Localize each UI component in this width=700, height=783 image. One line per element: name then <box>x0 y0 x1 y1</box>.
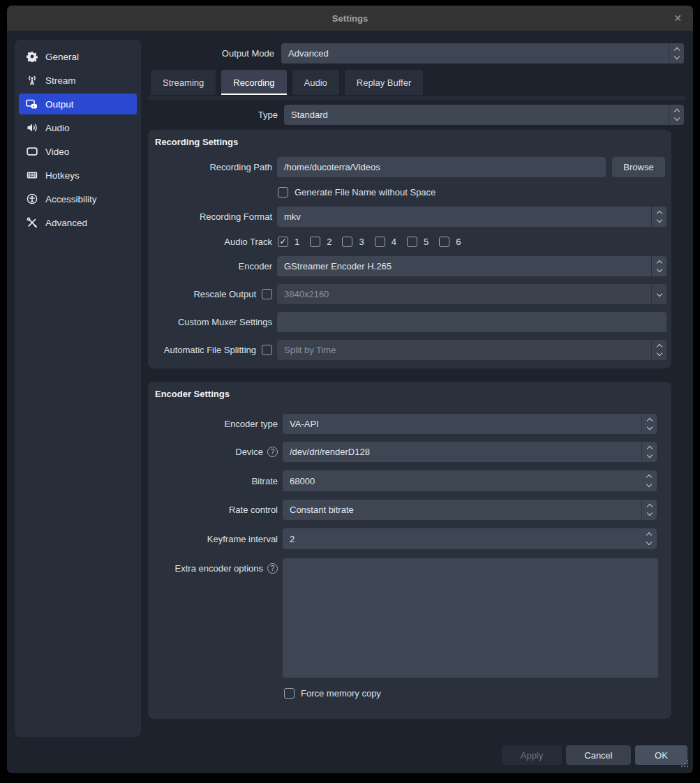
output-mode-select[interactable]: Advanced <box>281 43 684 64</box>
type-label: Type <box>148 110 278 120</box>
recording-format-value: mkv <box>277 211 301 222</box>
help-icon[interactable]: ? <box>267 563 278 574</box>
audio-track-row: Audio Track ✓ 1 2 3 4 5 6 <box>148 235 671 248</box>
force-memory-copy-label: Force memory copy <box>301 688 381 699</box>
encoder-type-value: VA-API <box>283 419 319 429</box>
rescale-output-checkbox[interactable] <box>262 289 272 299</box>
tab-recording[interactable]: Recording <box>221 70 286 95</box>
window-title: Settings <box>332 13 368 24</box>
type-value: Standard <box>284 110 328 120</box>
rate-control-row: Rate control Constant bitrate <box>148 500 671 520</box>
help-icon[interactable]: ? <box>267 447 278 457</box>
file-splitting-label: Automatic File Splitting <box>148 345 256 355</box>
sidebar-item-label: Stream <box>45 75 76 86</box>
sidebar-item-label: Output <box>45 99 74 110</box>
audio-track-checkboxes: ✓ 1 2 3 4 5 6 <box>278 237 461 247</box>
muxer-input[interactable] <box>277 312 667 332</box>
keyframe-spinbox[interactable]: 2 <box>283 528 657 549</box>
browse-label: Browse <box>623 162 653 172</box>
type-select[interactable]: Standard <box>284 105 684 125</box>
rate-control-label: Rate control <box>148 505 278 515</box>
apply-button[interactable]: Apply <box>502 745 562 765</box>
track-6-label: 6 <box>456 237 461 247</box>
track-2-checkbox[interactable] <box>310 237 320 247</box>
extra-options-label-row: Extra encoder options ? <box>148 562 278 574</box>
browse-button[interactable]: Browse <box>612 157 665 177</box>
track-5-checkbox[interactable] <box>407 237 417 247</box>
encoder-type-row: Encoder type VA-API <box>148 414 671 434</box>
spinner-arrows-icon[interactable] <box>647 470 651 491</box>
recording-path-input[interactable]: /home/ducoterra/Videos <box>277 157 606 177</box>
recording-format-select[interactable]: mkv <box>277 207 667 227</box>
recording-format-label: Recording Format <box>148 211 272 222</box>
chevron-updown-icon[interactable] <box>651 256 667 276</box>
chevron-updown-icon[interactable] <box>641 414 657 434</box>
rescale-resolution-select[interactable]: 3840x2160 <box>277 284 667 304</box>
cancel-button[interactable]: Cancel <box>566 745 631 765</box>
settings-window: Settings ✕ General Stream Output <box>7 6 693 773</box>
encoder-select[interactable]: GStreamer Encoder H.265 <box>277 256 667 276</box>
extra-options-textarea[interactable] <box>283 558 658 678</box>
spinner-arrows-icon[interactable] <box>647 528 651 549</box>
sidebar-item-accessibility[interactable]: Accessibility <box>19 188 137 209</box>
audio-track-label: Audio Track <box>148 237 272 247</box>
no-space-checkbox[interactable] <box>278 187 288 197</box>
sidebar-item-label: Advanced <box>45 218 87 228</box>
sidebar-item-label: Accessibility <box>45 194 97 204</box>
monitor-icon <box>26 146 38 158</box>
file-splitting-checkbox[interactable] <box>262 345 272 355</box>
rescale-resolution-value: 3840x2160 <box>277 289 329 299</box>
close-button[interactable]: ✕ <box>668 8 687 28</box>
bitrate-label: Bitrate <box>148 476 278 486</box>
muxer-label: Custom Muxer Settings <box>148 317 272 327</box>
chevron-down-icon[interactable] <box>651 284 667 304</box>
no-space-row: Generate File Name without Space <box>278 186 435 197</box>
rate-control-select[interactable]: Constant bitrate <box>283 500 657 520</box>
apply-label: Apply <box>521 750 544 761</box>
chevron-updown-icon[interactable] <box>641 442 657 462</box>
sidebar-item-audio[interactable]: Audio <box>19 117 137 138</box>
encoder-type-label: Encoder type <box>148 419 278 429</box>
resize-grip[interactable] <box>681 758 689 770</box>
track-4-checkbox[interactable] <box>375 237 385 247</box>
sidebar-item-stream[interactable]: Stream <box>19 70 137 91</box>
recording-settings-group: Recording Settings Recording Path /home/… <box>148 130 671 368</box>
output-tabs: Streaming Recording Audio Replay Buffer <box>151 70 429 95</box>
titlebar[interactable]: Settings ✕ <box>7 6 693 31</box>
encoder-type-select[interactable]: VA-API <box>283 414 657 434</box>
chevron-updown-icon[interactable] <box>669 105 684 125</box>
rescale-output-row: Rescale Output 3840x2160 <box>148 284 671 304</box>
ok-button[interactable]: OK <box>635 745 687 765</box>
device-select[interactable]: /dev/dri/renderD128 <box>283 442 657 462</box>
track-3-checkbox[interactable] <box>342 237 352 247</box>
sidebar-item-output[interactable]: Output <box>19 94 137 114</box>
sidebar-item-video[interactable]: Video <box>19 141 137 162</box>
sidebar-item-hotkeys[interactable]: Hotkeys <box>19 165 137 186</box>
check-icon: ✓ <box>279 237 286 246</box>
sidebar-item-label: Video <box>45 147 69 157</box>
accessibility-icon <box>26 193 38 205</box>
chevron-updown-icon[interactable] <box>651 207 667 227</box>
rate-control-value: Constant bitrate <box>283 505 354 515</box>
force-memory-copy-row: Force memory copy <box>284 687 381 699</box>
file-splitting-select[interactable]: Split by Time <box>277 340 667 360</box>
rescale-output-label: Rescale Output <box>148 289 256 299</box>
track-6-checkbox[interactable] <box>439 237 449 247</box>
force-memory-copy-checkbox[interactable] <box>284 688 295 699</box>
sidebar-item-general[interactable]: General <box>19 46 137 67</box>
file-splitting-value: Split by Time <box>277 345 336 355</box>
sidebar-item-advanced[interactable]: Advanced <box>19 212 137 233</box>
track-5-label: 5 <box>424 237 429 247</box>
chevron-updown-icon[interactable] <box>641 500 657 520</box>
tab-audio[interactable]: Audio <box>292 70 339 95</box>
track-1-checkbox[interactable]: ✓ <box>278 237 288 247</box>
track-4-label: 4 <box>392 237 396 247</box>
screen: Settings ✕ General Stream Output <box>0 0 700 783</box>
tab-replay-buffer[interactable]: Replay Buffer <box>345 70 424 95</box>
close-icon: ✕ <box>673 13 682 24</box>
cancel-label: Cancel <box>584 750 612 761</box>
chevron-updown-icon[interactable] <box>651 340 667 360</box>
tab-streaming[interactable]: Streaming <box>151 70 216 95</box>
bitrate-spinbox[interactable]: 68000 <box>283 470 657 491</box>
chevron-updown-icon[interactable] <box>669 43 684 64</box>
